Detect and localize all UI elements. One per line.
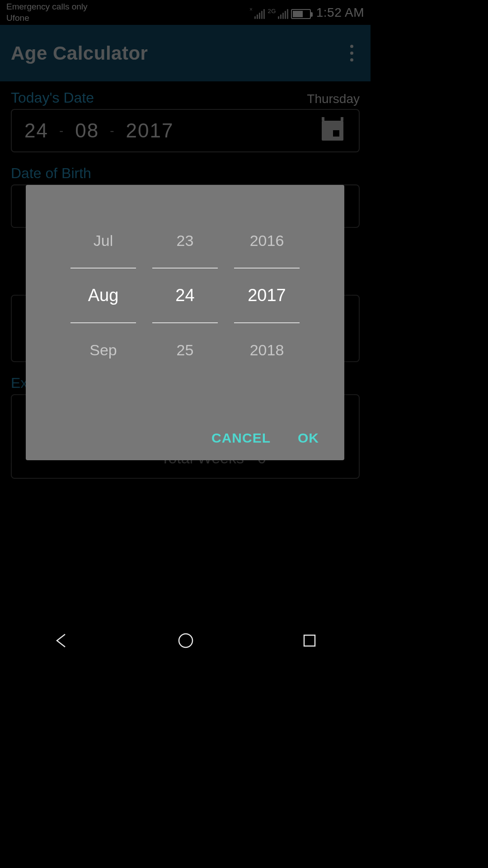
month-prev[interactable]: Jul (70, 226, 136, 268)
svg-rect-1 (304, 635, 315, 646)
year-next[interactable]: 2018 (234, 323, 300, 365)
month-wheel[interactable]: Jul Aug Sep (70, 226, 136, 365)
back-icon[interactable] (53, 632, 70, 649)
year-selected[interactable]: 2017 (234, 268, 300, 323)
svg-point-0 (179, 634, 192, 647)
year-prev[interactable]: 2016 (234, 226, 300, 268)
day-selected[interactable]: 24 (152, 268, 218, 323)
home-icon[interactable] (177, 632, 195, 650)
dialog-actions: CANCEL OK (26, 430, 344, 460)
ok-button[interactable]: OK (298, 430, 319, 446)
day-wheel[interactable]: 23 24 25 (152, 226, 218, 365)
system-nav-bar (0, 623, 371, 658)
picker-wheels: Jul Aug Sep 23 24 25 2016 2017 2018 (26, 185, 344, 430)
date-picker-dialog: Jul Aug Sep 23 24 25 2016 2017 2018 CANC… (26, 185, 344, 460)
cancel-button[interactable]: CANCEL (211, 430, 271, 446)
recents-icon[interactable] (302, 633, 317, 648)
day-next[interactable]: 25 (152, 323, 218, 365)
day-prev[interactable]: 23 (152, 226, 218, 268)
month-selected[interactable]: Aug (70, 268, 136, 323)
year-wheel[interactable]: 2016 2017 2018 (234, 226, 300, 365)
month-next[interactable]: Sep (70, 323, 136, 365)
